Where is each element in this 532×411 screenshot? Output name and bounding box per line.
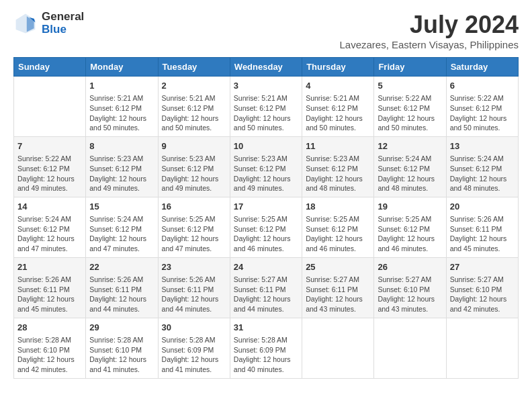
day-cell: 1Sunrise: 5:21 AM Sunset: 6:12 PM Daylig… (86, 77, 158, 137)
day-cell: 12Sunrise: 5:24 AM Sunset: 6:12 PM Dayli… (374, 136, 446, 197)
day-cell: 10Sunrise: 5:23 AM Sunset: 6:12 PM Dayli… (230, 136, 302, 197)
day-number: 30 (162, 322, 226, 334)
day-number: 26 (378, 261, 442, 273)
day-number: 14 (17, 201, 82, 213)
title-area: July 2024 Lavezares, Eastern Visayas, Ph… (339, 11, 519, 50)
header-row: SundayMondayTuesdayWednesdayThursdayFrid… (14, 58, 519, 77)
day-cell: 19Sunrise: 5:25 AM Sunset: 6:12 PM Dayli… (374, 197, 446, 257)
day-info: Sunrise: 5:26 AM Sunset: 6:11 PM Dayligh… (89, 275, 154, 314)
day-info: Sunrise: 5:21 AM Sunset: 6:12 PM Dayligh… (234, 93, 298, 133)
col-header-saturday: Saturday (446, 58, 518, 77)
day-cell: 31Sunrise: 5:28 AM Sunset: 6:09 PM Dayli… (230, 318, 302, 378)
day-number: 16 (162, 201, 226, 213)
day-cell: 9Sunrise: 5:23 AM Sunset: 6:12 PM Daylig… (158, 136, 230, 197)
logo-text: General Blue (42, 11, 84, 36)
day-cell (374, 318, 446, 378)
day-info: Sunrise: 5:24 AM Sunset: 6:12 PM Dayligh… (89, 214, 154, 254)
day-cell: 5Sunrise: 5:22 AM Sunset: 6:12 PM Daylig… (374, 77, 446, 137)
day-cell: 22Sunrise: 5:26 AM Sunset: 6:11 PM Dayli… (86, 257, 158, 318)
day-info: Sunrise: 5:27 AM Sunset: 6:11 PM Dayligh… (234, 275, 298, 314)
calendar-body: 1Sunrise: 5:21 AM Sunset: 6:12 PM Daylig… (14, 77, 519, 379)
col-header-tuesday: Tuesday (158, 58, 230, 77)
day-cell: 25Sunrise: 5:27 AM Sunset: 6:11 PM Dayli… (302, 257, 374, 318)
day-number: 6 (450, 80, 515, 92)
day-number: 10 (234, 140, 298, 152)
day-cell: 11Sunrise: 5:23 AM Sunset: 6:12 PM Dayli… (302, 136, 374, 197)
day-info: Sunrise: 5:24 AM Sunset: 6:12 PM Dayligh… (17, 214, 82, 254)
day-number: 18 (306, 201, 370, 213)
day-number: 19 (378, 201, 442, 213)
col-header-wednesday: Wednesday (230, 58, 302, 77)
day-cell (446, 318, 518, 378)
day-number: 15 (89, 201, 154, 213)
day-number: 1 (89, 80, 154, 92)
main-title: July 2024 (339, 11, 519, 39)
day-cell: 16Sunrise: 5:25 AM Sunset: 6:12 PM Dayli… (158, 197, 230, 257)
col-header-friday: Friday (374, 58, 446, 77)
day-info: Sunrise: 5:23 AM Sunset: 6:12 PM Dayligh… (234, 154, 298, 193)
day-number: 5 (378, 80, 442, 92)
day-number: 29 (89, 322, 154, 334)
day-cell: 21Sunrise: 5:26 AM Sunset: 6:11 PM Dayli… (14, 257, 86, 318)
logo: General Blue (13, 11, 84, 36)
week-row-1: 1Sunrise: 5:21 AM Sunset: 6:12 PM Daylig… (14, 77, 519, 137)
day-cell: 8Sunrise: 5:23 AM Sunset: 6:12 PM Daylig… (86, 136, 158, 197)
day-number: 20 (450, 201, 515, 213)
day-info: Sunrise: 5:24 AM Sunset: 6:12 PM Dayligh… (378, 154, 442, 193)
day-cell: 4Sunrise: 5:21 AM Sunset: 6:12 PM Daylig… (302, 77, 374, 137)
day-number: 23 (162, 261, 226, 273)
day-info: Sunrise: 5:27 AM Sunset: 6:10 PM Dayligh… (450, 275, 515, 314)
day-number: 7 (17, 140, 82, 152)
day-number: 22 (89, 261, 154, 273)
day-info: Sunrise: 5:21 AM Sunset: 6:12 PM Dayligh… (162, 93, 226, 133)
day-number: 8 (89, 140, 154, 152)
day-info: Sunrise: 5:23 AM Sunset: 6:12 PM Dayligh… (306, 154, 370, 193)
col-header-monday: Monday (86, 58, 158, 77)
day-number: 2 (162, 80, 226, 92)
week-row-2: 7Sunrise: 5:22 AM Sunset: 6:12 PM Daylig… (14, 136, 519, 197)
day-number: 24 (234, 261, 298, 273)
day-number: 31 (234, 322, 298, 334)
day-number: 27 (450, 261, 515, 273)
col-header-sunday: Sunday (14, 58, 86, 77)
day-info: Sunrise: 5:26 AM Sunset: 6:11 PM Dayligh… (162, 275, 226, 314)
calendar-header: SundayMondayTuesdayWednesdayThursdayFrid… (14, 58, 519, 77)
day-cell: 2Sunrise: 5:21 AM Sunset: 6:12 PM Daylig… (158, 77, 230, 137)
day-info: Sunrise: 5:25 AM Sunset: 6:12 PM Dayligh… (234, 214, 298, 254)
day-number: 11 (306, 140, 370, 152)
day-info: Sunrise: 5:22 AM Sunset: 6:12 PM Dayligh… (17, 154, 82, 193)
day-info: Sunrise: 5:25 AM Sunset: 6:12 PM Dayligh… (378, 214, 442, 254)
day-number: 25 (306, 261, 370, 273)
day-info: Sunrise: 5:25 AM Sunset: 6:12 PM Dayligh… (162, 214, 226, 254)
day-cell: 7Sunrise: 5:22 AM Sunset: 6:12 PM Daylig… (14, 136, 86, 197)
day-info: Sunrise: 5:26 AM Sunset: 6:11 PM Dayligh… (17, 275, 82, 314)
day-cell: 17Sunrise: 5:25 AM Sunset: 6:12 PM Dayli… (230, 197, 302, 257)
day-cell: 28Sunrise: 5:28 AM Sunset: 6:10 PM Dayli… (14, 318, 86, 378)
day-info: Sunrise: 5:23 AM Sunset: 6:12 PM Dayligh… (162, 154, 226, 193)
day-info: Sunrise: 5:21 AM Sunset: 6:12 PM Dayligh… (89, 93, 154, 133)
logo-icon (13, 11, 38, 36)
day-cell: 30Sunrise: 5:28 AM Sunset: 6:09 PM Dayli… (158, 318, 230, 378)
day-cell (14, 77, 86, 137)
day-info: Sunrise: 5:28 AM Sunset: 6:09 PM Dayligh… (234, 335, 298, 375)
day-info: Sunrise: 5:22 AM Sunset: 6:12 PM Dayligh… (450, 93, 515, 133)
day-cell: 26Sunrise: 5:27 AM Sunset: 6:10 PM Dayli… (374, 257, 446, 318)
day-info: Sunrise: 5:24 AM Sunset: 6:12 PM Dayligh… (450, 154, 515, 193)
day-cell (302, 318, 374, 378)
week-row-4: 21Sunrise: 5:26 AM Sunset: 6:11 PM Dayli… (14, 257, 519, 318)
day-cell: 24Sunrise: 5:27 AM Sunset: 6:11 PM Dayli… (230, 257, 302, 318)
day-number: 12 (378, 140, 442, 152)
day-info: Sunrise: 5:21 AM Sunset: 6:12 PM Dayligh… (306, 93, 370, 133)
day-info: Sunrise: 5:23 AM Sunset: 6:12 PM Dayligh… (89, 154, 154, 193)
day-cell: 20Sunrise: 5:26 AM Sunset: 6:11 PM Dayli… (446, 197, 518, 257)
day-number: 28 (17, 322, 82, 334)
day-number: 17 (234, 201, 298, 213)
day-cell: 14Sunrise: 5:24 AM Sunset: 6:12 PM Dayli… (14, 197, 86, 257)
day-cell: 18Sunrise: 5:25 AM Sunset: 6:12 PM Dayli… (302, 197, 374, 257)
day-info: Sunrise: 5:28 AM Sunset: 6:10 PM Dayligh… (17, 335, 82, 375)
col-header-thursday: Thursday (302, 58, 374, 77)
day-cell: 29Sunrise: 5:28 AM Sunset: 6:10 PM Dayli… (86, 318, 158, 378)
subtitle: Lavezares, Eastern Visayas, Philippines (339, 39, 519, 50)
day-number: 3 (234, 80, 298, 92)
day-number: 9 (162, 140, 226, 152)
